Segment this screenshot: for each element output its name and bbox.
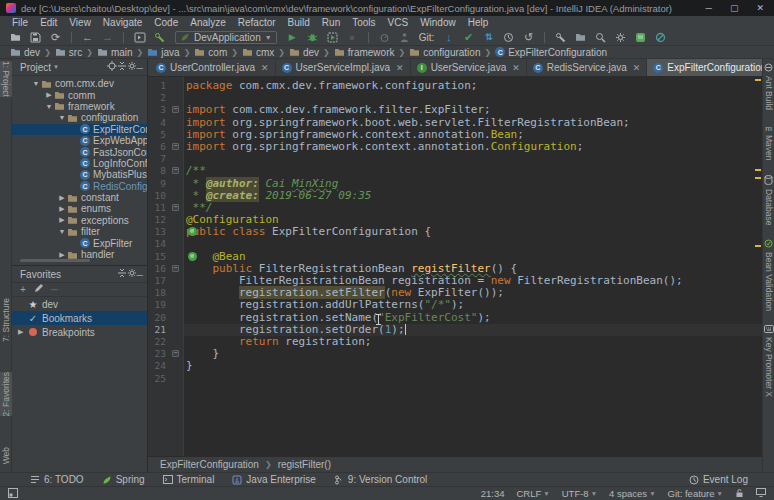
breadcrumb-cmx[interactable]: cmx [240, 47, 276, 58]
back-arrow-button[interactable]: ← [80, 30, 95, 44]
fold-marker[interactable]: − [172, 265, 179, 272]
tree-item-com.cmx.dev[interactable]: ▼com.cmx.dev [12, 78, 147, 89]
git-push-button[interactable]: ⇅ [481, 30, 496, 44]
close-icon[interactable]: ✕ [396, 63, 404, 73]
fold-marker[interactable]: − [172, 350, 179, 357]
menu-navigate[interactable]: Navigate [97, 17, 148, 28]
status-UTF-8[interactable]: UTF-8▼ [562, 488, 597, 499]
history-button[interactable] [501, 30, 516, 44]
project-panel-title[interactable]: Project [20, 62, 51, 73]
breadcrumb-framework[interactable]: framework [332, 47, 397, 58]
collapse-all-button[interactable] [117, 63, 127, 73]
tree-expandd-arrow[interactable]: ▼ [57, 228, 67, 235]
editor-breadcrumb-0[interactable]: ExpFilterConfiguration [160, 459, 259, 470]
tool-window-button--Favorites[interactable]: 2: Favorites [0, 372, 12, 416]
monitor-icon[interactable] [756, 488, 766, 499]
favorites-item-Bookmarks[interactable]: ✓Bookmarks [12, 311, 147, 325]
warning-stripe-mark[interactable] [755, 169, 761, 171]
fold-marker[interactable]: − [172, 204, 179, 211]
tool-window-button-Spring[interactable]: Spring [102, 474, 145, 485]
edit-button[interactable] [34, 284, 43, 295]
status-21-34[interactable]: 21:34 [481, 488, 505, 499]
breadcrumb-src[interactable]: src [53, 47, 84, 58]
tree-item-filter[interactable]: ▼filter [12, 226, 147, 237]
error-stripe[interactable] [753, 77, 762, 456]
gear-button[interactable] [127, 63, 137, 73]
tree-item-FastJsonConfiguration[interactable]: CFastJsonConfiguration [12, 146, 147, 157]
tree-item-constant[interactable]: ▶constant [12, 192, 147, 203]
event-log-button[interactable]: Event Log [689, 474, 748, 485]
tree-expandd-arrow[interactable]: ▼ [31, 80, 41, 87]
breadcrumb-ExpFilterConfiguration[interactable]: CExpFilterConfiguration [493, 47, 609, 58]
settings-sync-button[interactable] [613, 30, 628, 44]
close-icon[interactable]: ✕ [512, 63, 520, 73]
tree-expandd-arrow[interactable]: ▼ [44, 103, 54, 110]
tree-item-RedisConfiguration[interactable]: CRedisConfiguration [12, 181, 147, 192]
run-button[interactable]: ▶ [285, 30, 300, 44]
tree-item-MybatisPlusConfiguration[interactable]: CMybatisPlusConfiguration [12, 169, 147, 180]
menu-run[interactable]: Run [316, 17, 346, 28]
menu-view[interactable]: View [63, 17, 97, 28]
git-commit-button[interactable]: ✔ [461, 30, 476, 44]
tool-window-button-Database[interactable]: Database [764, 175, 774, 225]
breadcrumb-configuration[interactable]: configuration [407, 47, 482, 58]
tool-window-button-Bean-Validation[interactable]: Bean Validation [764, 239, 774, 311]
tool-window-button-Web[interactable]: Web [0, 447, 12, 464]
warning-stripe-mark[interactable] [755, 245, 761, 247]
breadcrumb-main[interactable]: main [95, 47, 135, 58]
menu-analyze[interactable]: Analyze [184, 17, 232, 28]
menu-build[interactable]: Build [282, 17, 316, 28]
menu-vcs[interactable]: VCS [382, 17, 415, 28]
tree-item-framework[interactable]: ▼framework [12, 101, 147, 112]
tab-UserController.java[interactable]: CUserController.java✕ [150, 59, 276, 76]
minimize-button[interactable]: ─ [706, 3, 712, 13]
tool-window-button-Terminal[interactable]: Terminal [163, 474, 215, 485]
synchronize-button[interactable]: ⟳ [48, 30, 63, 44]
hide-tool-windows-button[interactable] [8, 488, 18, 500]
close-button[interactable]: ✕ [756, 3, 764, 13]
tree-item-comm[interactable]: ▶comm [12, 89, 147, 100]
close-icon[interactable]: ✕ [261, 63, 269, 73]
breadcrumb-com[interactable]: com [192, 47, 229, 58]
code-editor[interactable]: 1package com.cmx.dev.framework.configura… [148, 77, 762, 456]
tool-window-button--Version-Control[interactable]: 9: Version Control [334, 474, 428, 485]
locate-button[interactable] [107, 63, 117, 73]
tool-window-button-Key-Promoter-X[interactable]: Key Promoter X [764, 325, 774, 397]
collapse-all-button[interactable] [117, 270, 127, 280]
power-save-button[interactable] [653, 30, 668, 44]
tab-ExpFilterConfiguration.java[interactable]: CExpFilterConfiguration.java✕ [647, 59, 774, 76]
add-button[interactable]: + [20, 284, 26, 295]
run-anything-button[interactable] [132, 30, 147, 44]
attach-process-button[interactable] [397, 30, 412, 44]
git-update-button[interactable]: ↓ [441, 30, 456, 44]
horizontal-scrollbar-thumb[interactable] [20, 259, 90, 262]
breadcrumb-dev[interactable]: dev [8, 47, 42, 58]
lock-icon[interactable] [735, 488, 744, 500]
tool-window-button-Maven[interactable]: mMaven [764, 124, 774, 161]
tree-item-ExpWebAppConfiguration[interactable]: CExpWebAppConfiguration [12, 135, 147, 146]
tools-wrench-button[interactable] [553, 30, 568, 44]
menu-code[interactable]: Code [148, 17, 184, 28]
tree-item-exceptions[interactable]: ▶exceptions [12, 215, 147, 226]
tree-collapsed-arrow[interactable]: ▶ [57, 251, 67, 259]
warning-stripe-mark[interactable] [755, 79, 761, 81]
menu-edit[interactable]: Edit [34, 17, 63, 28]
breadcrumb-dev[interactable]: dev [287, 47, 321, 58]
run-coverage-button[interactable] [325, 30, 340, 44]
breadcrumb-java[interactable]: java [145, 47, 181, 58]
save-all-button[interactable] [28, 30, 43, 44]
tree-item-ExpFilterConfiguration[interactable]: CExpFilterConfiguration [12, 124, 147, 135]
tool-window-button--Project[interactable]: 1: Project [0, 61, 12, 97]
stop-button[interactable]: ■ [345, 30, 360, 44]
tree-collapsed-arrow[interactable]: ▶ [44, 91, 54, 99]
status-CRLF[interactable]: CRLF▼ [516, 488, 549, 499]
search-button[interactable] [593, 30, 608, 44]
menu-tools[interactable]: Tools [346, 17, 381, 28]
tool-window-button--TODO[interactable]: 6: TODO [30, 474, 84, 485]
warning-stripe-mark[interactable] [755, 177, 761, 179]
favorites-item-Breakpoints[interactable]: ▶Breakpoints [12, 325, 147, 339]
fold-marker[interactable]: − [172, 167, 179, 174]
forward-arrow-button[interactable]: → [100, 30, 115, 44]
rollback-button[interactable]: ↺ [521, 30, 536, 44]
menu-window[interactable]: Window [414, 17, 462, 28]
